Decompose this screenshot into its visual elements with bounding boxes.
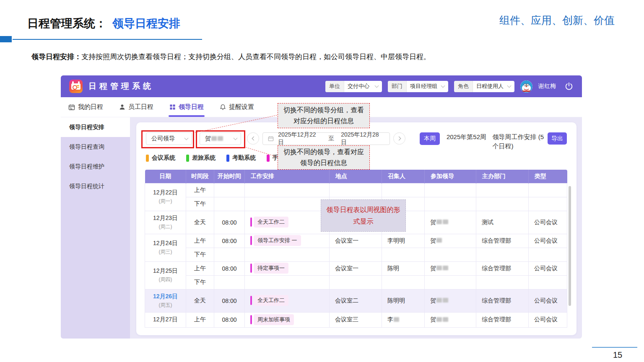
- column-header: 开始时间: [214, 170, 245, 183]
- sidebar-item-1[interactable]: 领导日程查询: [61, 137, 130, 157]
- weekday-label: (周五): [145, 302, 186, 309]
- this-week-button[interactable]: 本周: [420, 132, 440, 145]
- export-button[interactable]: 导出: [548, 132, 567, 145]
- redacted-text: [211, 136, 217, 141]
- table-row[interactable]: 下午: [145, 275, 567, 289]
- start-time-cell: 08:00: [214, 312, 245, 327]
- tab-reminder-settings[interactable]: 提醒设置: [220, 97, 254, 117]
- department-cell: 综合管理部: [476, 289, 529, 312]
- legend-label: 差旅系统: [192, 154, 216, 162]
- unit-select-value: 交付中心: [344, 83, 374, 90]
- feature-description-body: 支持按照周次切换查看领导日程；支持切换分组、人员查看不同领导的日程，如公司领导日…: [81, 53, 431, 61]
- user-avatar[interactable]: [520, 80, 532, 93]
- tab-label: 我的日程: [78, 103, 103, 111]
- chevron-down-icon: [375, 84, 379, 88]
- task-cell: 领导工作安排 一: [245, 234, 330, 248]
- redacted-text: [436, 220, 442, 224]
- date-label: 12月26日: [145, 293, 186, 300]
- period-cell: 上午: [186, 312, 214, 327]
- leaders-cell: [425, 183, 476, 197]
- convener-cell: 陈明明: [382, 289, 425, 312]
- schedule-table: 日期时间段开始时间工作安排地点召集人参加领导主办部门类型12月22日(周一)上午…: [145, 170, 567, 328]
- sidebar-item-3[interactable]: 领导日程统计: [61, 176, 130, 196]
- chevron-down-icon: [441, 84, 445, 88]
- start-time-cell: [214, 197, 245, 211]
- period-cell: 全天: [186, 211, 214, 234]
- convener-cell: [382, 248, 425, 261]
- task-source-color-icon: [250, 264, 252, 273]
- unit-select[interactable]: 单位 交付中心: [325, 81, 382, 92]
- task-source-color-icon: [250, 236, 252, 245]
- tab-employee-schedule[interactable]: 员工日程: [119, 97, 153, 117]
- sidebar-item-label: 领导日程查询: [69, 143, 104, 151]
- calendar-icon: [268, 136, 274, 142]
- table-row[interactable]: 12月26日(周五)全天08:00全天工作二会议室二陈明明贺综合管理部公司会议: [145, 289, 567, 312]
- leaders-cell: 贺: [425, 261, 476, 275]
- task-source-color-icon: [250, 315, 252, 324]
- app-header: 日程管理系统 单位 交付中心 部门 项目经理组 角色 日程使用人: [61, 75, 582, 97]
- page-title-prefix: 日程管理系统：: [27, 17, 106, 30]
- sidebar-item-2[interactable]: 领导日程维护: [61, 157, 130, 176]
- date-range-input[interactable]: 2025年12月22日 至 2025年12月28日: [262, 132, 390, 145]
- start-time-cell: [214, 248, 245, 261]
- leader-person-select[interactable]: 贺: [200, 132, 242, 145]
- department-select[interactable]: 部门 项目经理组: [388, 81, 448, 92]
- task-pill[interactable]: 领导工作安排 一: [250, 235, 301, 246]
- tab-my-schedule[interactable]: 我的日程: [68, 97, 103, 117]
- redacted-text: [443, 298, 448, 303]
- convener-cell: [382, 275, 425, 289]
- date-cell: 12月22日(周一): [145, 183, 186, 211]
- column-header: 日期: [145, 170, 186, 183]
- task-pill[interactable]: 待定事项一: [250, 263, 288, 274]
- table-row[interactable]: 下午: [145, 248, 567, 261]
- date-range-start: 2025年12月22日: [278, 131, 322, 146]
- task-label: 全天工作二: [254, 217, 288, 228]
- task-pill[interactable]: 周末加班事项: [250, 314, 294, 325]
- location-cell: [330, 183, 382, 197]
- department-cell: [476, 197, 529, 211]
- leaders-cell: 贺: [425, 312, 476, 327]
- table-header-row: 日期时间段开始时间工作安排地点召集人参加领导主办部门类型: [145, 170, 567, 183]
- next-week-button[interactable]: [393, 132, 405, 145]
- legend-label: 考勤系统: [232, 154, 256, 162]
- redacted-text: [394, 317, 399, 322]
- type-cell: 公司会议: [529, 234, 567, 248]
- table-row[interactable]: 12月24日(周三)上午08:00领导工作安排 一会议室一李明明贺综合管理部公司…: [145, 234, 567, 248]
- task-cell: 全天工作二: [245, 289, 330, 312]
- tab-leader-schedule[interactable]: 领导日程: [169, 97, 204, 117]
- date-label: 12月24日: [145, 240, 186, 247]
- start-time-cell: 08:00: [214, 234, 245, 248]
- convener-cell: 李明明: [382, 234, 425, 248]
- task-pill[interactable]: 全天工作二: [250, 217, 288, 228]
- date-cell: 12月25日(周四): [145, 261, 186, 289]
- table-scrollbar[interactable]: [569, 186, 571, 306]
- grid-icon: [169, 104, 176, 110]
- start-time-cell: [214, 183, 245, 197]
- previous-week-button[interactable]: [247, 132, 259, 145]
- period-cell: 下午: [186, 275, 214, 289]
- sidebar: 领导日程安排领导日程查询领导日程维护领导日程统计: [61, 117, 130, 339]
- chevron-left-icon: [252, 137, 256, 141]
- app-logo-calendar-icon: [69, 80, 83, 93]
- sidebar-item-0[interactable]: 领导日程安排: [61, 117, 130, 137]
- chevron-down-icon: [234, 136, 238, 140]
- task-cell: 待定事项一: [245, 261, 330, 275]
- leader-group-select[interactable]: 公司领导: [146, 132, 192, 145]
- convener-cell: 陈明: [382, 261, 425, 275]
- weekday-label: (周三): [145, 248, 186, 256]
- logout-power-icon[interactable]: [564, 82, 574, 91]
- date-cell: 12月26日(周五): [145, 289, 186, 312]
- task-pill[interactable]: 全天工作二: [250, 295, 288, 306]
- date-label: 12月25日: [145, 267, 186, 275]
- table-row[interactable]: 12月25日(周四)上午08:00待定事项一会议室一陈明贺综合管理部公司会议: [145, 261, 567, 275]
- location-cell: 会议室三: [330, 312, 382, 327]
- column-header: 地点: [330, 170, 382, 183]
- table-row[interactable]: 12月27日上午08:00周末加班事项会议室三李贺综合管理部公司会议: [145, 312, 567, 327]
- task-cell: [245, 183, 330, 197]
- legend-item: 差旅系统: [186, 154, 216, 162]
- annotation-callout-weekview: 领导日程表以周视图的形式显示: [321, 199, 406, 232]
- table-row[interactable]: 12月22日(周一)上午: [145, 183, 567, 197]
- role-select[interactable]: 角色 日程使用人: [454, 81, 514, 92]
- redacted-text: [436, 317, 442, 322]
- legend-color-icon: [226, 155, 229, 162]
